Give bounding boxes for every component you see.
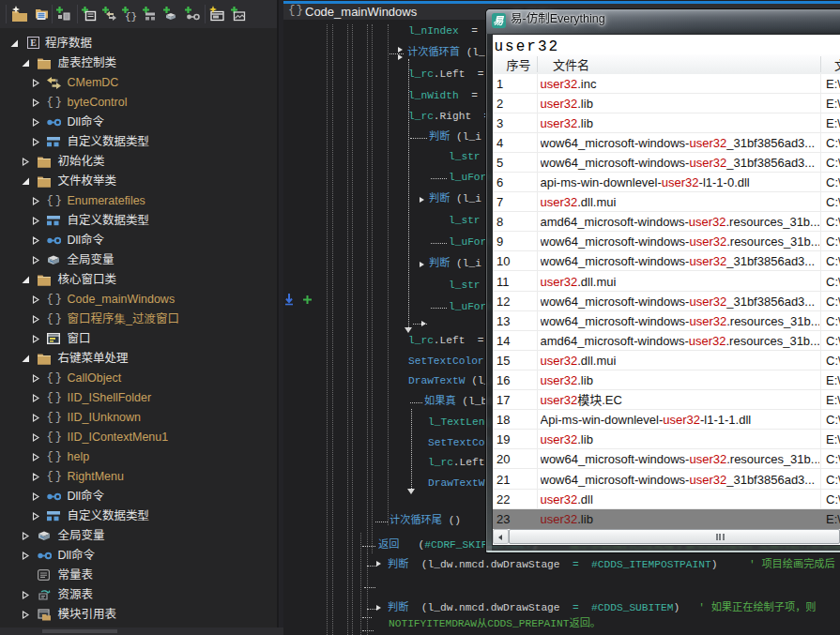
svg-text:{}: {} bbox=[125, 11, 137, 23]
